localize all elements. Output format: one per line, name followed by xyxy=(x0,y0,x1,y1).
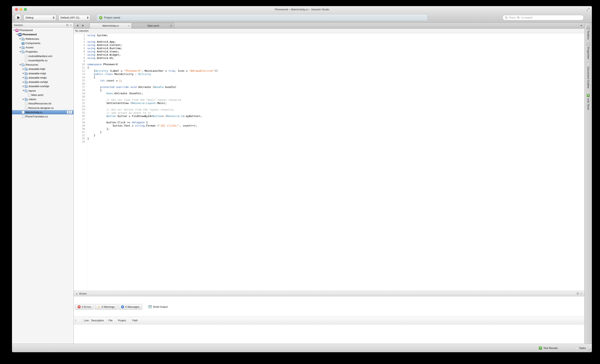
code-line-24[interactable]: 24 // Get our button from the layout res… xyxy=(74,108,584,111)
code-line-28[interactable]: 28 button.Click += delegate { xyxy=(74,121,584,124)
code-line-11[interactable]: 11{ xyxy=(74,66,584,69)
code-line-10[interactable]: 10namespace Phoneword xyxy=(74,63,584,66)
code-line-16[interactable]: 16 xyxy=(74,82,584,85)
code-line-1[interactable]: 1using System; xyxy=(74,34,584,37)
zoom-window-button[interactable] xyxy=(24,8,27,11)
dock-tab-unit-tests[interactable]: +Unit Tests xyxy=(587,94,590,110)
dock-pane-icon[interactable] xyxy=(66,24,68,26)
tree-item-androidmanifest-xml[interactable]: AndroidManifest.xml xyxy=(12,54,74,58)
code-line-20[interactable]: 20 xyxy=(74,95,584,98)
code-line-18[interactable]: 18 { xyxy=(74,89,584,92)
disclosure-closed-icon[interactable] xyxy=(22,81,25,83)
minimize-window-button[interactable] xyxy=(19,8,22,11)
test-results-button[interactable]: ✓ Test Results xyxy=(539,346,558,350)
code-line-30[interactable]: 30 }; xyxy=(74,127,584,131)
disclosure-closed-icon[interactable] xyxy=(22,85,25,87)
disclosure-closed-icon[interactable] xyxy=(22,77,25,78)
code-line-19[interactable]: 19 base.OnCreate (bundle); xyxy=(74,92,584,95)
tree-item-drawable-xxxhdpi[interactable]: drawable-xxxhdpi xyxy=(12,84,74,88)
column-header-project[interactable]: Project xyxy=(116,317,131,324)
code-line-15[interactable]: 15 int count = 1; xyxy=(74,79,584,82)
editor-tab-main-axml[interactable]: Main.axml xyxy=(132,23,174,28)
device-dropdown[interactable]: Default (API 21) xyxy=(58,15,90,20)
tree-item-properties[interactable]: Properties xyxy=(12,50,74,54)
item-options-gear-button[interactable]: ⚙ xyxy=(67,111,72,114)
tree-item-phoneword[interactable]: Phoneword xyxy=(12,32,74,37)
navigate-back-button[interactable] xyxy=(76,25,78,27)
disclosure-closed-icon[interactable] xyxy=(22,73,25,74)
disclosure-open-icon[interactable] xyxy=(19,64,21,65)
code-line-4[interactable]: 4using Android.Content; xyxy=(74,44,584,47)
code-line-3[interactable]: 3using Android.App; xyxy=(74,40,584,44)
column-header-description[interactable]: Description xyxy=(90,317,107,324)
code-line-21[interactable]: 21 // Set our view from the "main" layou… xyxy=(74,98,584,102)
code-editor[interactable]: 1using System;23using Android.App;4using… xyxy=(74,33,584,291)
tree-item-resources[interactable]: Resources xyxy=(12,63,74,67)
code-line-31[interactable]: 31 } xyxy=(74,131,584,134)
code-line-12[interactable]: 12 [Activity (Label = "Phoneword", MainL… xyxy=(74,69,584,73)
search-box[interactable] xyxy=(503,15,584,20)
title-bar[interactable]: Phoneword – MainActivity.cs – Xamarin St… xyxy=(12,6,592,13)
disclosure-open-icon[interactable] xyxy=(19,51,21,52)
disclosure-closed-icon[interactable] xyxy=(19,38,21,40)
disclosure-closed-icon[interactable] xyxy=(22,68,25,70)
code-line-32[interactable]: 32 } xyxy=(74,134,584,137)
errors-pad-header[interactable]: Errors × xyxy=(74,291,584,296)
close-window-button[interactable] xyxy=(15,8,18,11)
code-line-8[interactable]: 8using Android.OS; xyxy=(74,56,584,59)
dock-tab-document-outline[interactable]: Document Outline xyxy=(587,63,590,88)
messages-filter-button[interactable]: i0 Messages xyxy=(118,304,142,309)
code-line-34[interactable]: 34 xyxy=(74,140,584,143)
code-line-23[interactable]: 23 xyxy=(74,105,584,108)
tree-item-assemblyinfo-cs[interactable]: AssemblyInfo.cs xyxy=(12,58,74,63)
tree-item-drawable-hdpi[interactable]: drawable-hdpi xyxy=(12,67,74,71)
dock-tab-toolbox[interactable]: Toolbox xyxy=(587,26,590,40)
column-header-line[interactable]: Line xyxy=(82,317,90,324)
code-line-33[interactable]: 33} xyxy=(74,137,584,140)
close-tab-icon[interactable] xyxy=(170,25,172,27)
tree-item-references[interactable]: References xyxy=(12,37,74,41)
tree-item-layout[interactable]: layout xyxy=(12,89,74,93)
build-output-button[interactable]: Build Output xyxy=(149,305,168,308)
code-line-9[interactable]: 9 xyxy=(74,59,584,63)
dock-tab-properties[interactable]: Properties xyxy=(587,43,590,59)
code-line-29[interactable]: 29 button.Text = string.Format ("{0} cli… xyxy=(74,124,584,127)
code-line-17[interactable]: 17 protected override void OnCreate (Bun… xyxy=(74,85,584,89)
tree-item-mainactivity-cs[interactable]: MainActivity.cs⚙ xyxy=(12,110,74,114)
tree-item-drawable-mdpi[interactable]: drawable-mdpi xyxy=(12,71,74,75)
tree-item-components[interactable]: Components xyxy=(12,41,74,45)
tree-item-assets[interactable]: Assets xyxy=(12,45,74,50)
tree-item-drawable-xxhdpi[interactable]: drawable-xxhdpi xyxy=(12,80,74,84)
editor-tab-mainactivity-cs[interactable]: MainActivity.cs× xyxy=(90,23,132,28)
code-line-6[interactable]: 6using Android.Views; xyxy=(74,50,584,53)
code-line-2[interactable]: 2 xyxy=(74,37,584,40)
tree-item-drawable-xhdpi[interactable]: drawable-xhdpi xyxy=(12,75,74,80)
code-line-14[interactable]: 14 { xyxy=(74,76,584,79)
disclosure-closed-icon[interactable] xyxy=(19,47,21,48)
column-header-file[interactable]: File xyxy=(107,317,116,324)
column-header-path[interactable]: Path xyxy=(131,317,584,324)
code-line-7[interactable]: 7using Android.Widget; xyxy=(74,53,584,56)
close-pad-icon[interactable]: × xyxy=(70,24,72,26)
tree-item-main-axml[interactable]: Main.axml xyxy=(12,93,74,97)
code-line-25[interactable]: 25 // and attach an event to it xyxy=(74,111,584,114)
disclosure-open-icon[interactable] xyxy=(16,34,19,35)
tab-list-dropdown-icon[interactable] xyxy=(581,25,582,26)
collapse-pad-icon[interactable] xyxy=(76,293,78,294)
tree-item-phoneword[interactable]: Phoneword xyxy=(12,28,74,32)
code-line-5[interactable]: 5using Android.Runtime; xyxy=(74,47,584,50)
run-button[interactable] xyxy=(14,14,22,21)
tree-item-values[interactable]: values xyxy=(12,97,74,101)
configuration-dropdown[interactable]: Debug xyxy=(24,15,56,20)
disclosure-open-icon[interactable] xyxy=(13,30,15,31)
code-line-27[interactable]: 27 xyxy=(74,118,584,121)
navigate-forward-button[interactable] xyxy=(82,25,84,27)
close-tab-icon[interactable]: × xyxy=(128,24,130,27)
errors-filter-button[interactable]: ×0 Errors xyxy=(75,304,94,309)
close-pad-icon[interactable]: × xyxy=(581,292,582,295)
search-input[interactable] xyxy=(509,16,581,19)
dock-pane-icon[interactable] xyxy=(577,293,579,295)
tasks-button[interactable]: ✓ Tasks xyxy=(575,346,586,350)
warnings-filter-button[interactable]: ⚠0 Warnings xyxy=(95,304,117,309)
code-line-13[interactable]: 13 public class MainActivity : Activity xyxy=(74,73,584,76)
